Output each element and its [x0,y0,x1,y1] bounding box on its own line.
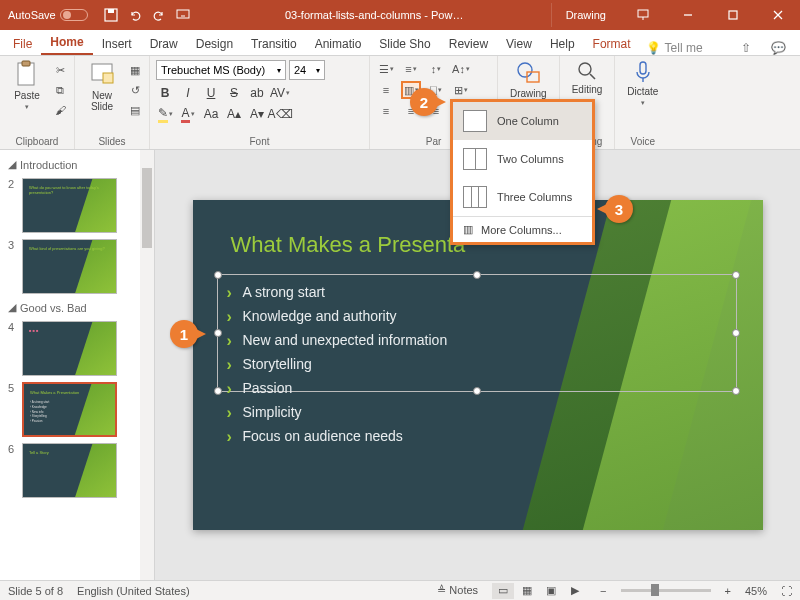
tab-slideshow[interactable]: Slide Sho [370,33,439,55]
reset-icon[interactable]: ↺ [127,82,143,98]
callout-3: 3 [605,195,633,223]
thumbnail-3[interactable]: 3 What kind of presentations are you giv… [2,236,152,297]
shapes-icon [515,60,541,86]
tab-animations[interactable]: Animatio [306,33,371,55]
slideshow-view-icon[interactable]: ▶ [564,583,586,599]
columns-more-item[interactable]: ▥ More Columns... [453,217,592,242]
italic-button[interactable]: I [179,84,197,102]
underline-button[interactable]: U [202,84,220,102]
start-slideshow-icon[interactable] [176,8,190,22]
strikethrough-button[interactable]: S [225,84,243,102]
thumbnail-5[interactable]: 5 What Makes a Presentation› A strong st… [2,379,152,440]
tab-help[interactable]: Help [541,33,584,55]
redo-icon[interactable] [152,8,166,22]
columns-three-item[interactable]: Three Columns [453,178,592,216]
tab-design[interactable]: Design [187,33,242,55]
slide-title[interactable]: What Makes a Presenta [231,232,466,258]
comments-icon[interactable]: 💬 [762,41,794,55]
line-spacing-button[interactable]: ↕ [426,60,446,78]
numbering-button[interactable]: ≡ [401,60,421,78]
thumbnail-2[interactable]: 2 What do you want to know after today's… [2,175,152,236]
char-spacing-button[interactable]: AV [271,84,289,102]
section-icon[interactable]: ▤ [127,102,143,118]
autosave-toggle[interactable] [60,9,88,21]
fit-to-window-icon[interactable]: ⛶ [781,585,792,597]
decrease-font-button[interactable]: A▾ [248,105,266,123]
reading-view-icon[interactable]: ▣ [540,583,562,599]
zoom-level[interactable]: 45% [745,585,767,597]
tab-review[interactable]: Review [440,33,497,55]
tell-me-search[interactable]: 💡 Tell me [646,41,703,55]
save-icon[interactable] [104,8,118,22]
slide-position[interactable]: Slide 5 of 8 [8,585,63,597]
zoom-out-button[interactable]: − [600,585,606,597]
share-icon[interactable]: ⇧ [730,41,762,55]
change-case-button[interactable]: Aa [202,105,220,123]
tab-file[interactable]: File [4,33,41,55]
zoom-in-button[interactable]: + [725,585,731,597]
align-left2-button[interactable]: ≡ [376,102,396,120]
bold-button[interactable]: B [156,84,174,102]
bullet-item[interactable]: Simplicity [223,400,733,424]
tab-home[interactable]: Home [41,31,92,55]
dictate-button[interactable]: Dictate ▾ [621,60,664,107]
cut-icon[interactable]: ✂ [52,62,68,78]
shadow-button[interactable]: ab [248,84,266,102]
svg-point-14 [579,63,591,75]
tab-insert[interactable]: Insert [93,33,141,55]
bullet-item[interactable]: New and unexpected information [223,328,733,352]
group-label-voice: Voice [621,134,664,147]
ribbon-options-icon[interactable] [620,0,665,30]
maximize-icon[interactable] [710,0,755,30]
format-painter-icon[interactable]: 🖌 [52,102,68,118]
increase-font-button[interactable]: A▴ [225,105,243,123]
close-icon[interactable] [755,0,800,30]
language-status[interactable]: English (United States) [77,585,190,597]
bullets-button[interactable]: ☰ [376,60,396,78]
zoom-slider[interactable] [621,589,711,592]
svg-rect-5 [729,11,737,19]
tab-transitions[interactable]: Transitio [242,33,306,55]
svg-rect-9 [22,61,30,66]
group-label-clipboard: Clipboard [6,134,68,147]
layout-icon[interactable]: ▦ [127,62,143,78]
tab-draw[interactable]: Draw [141,33,187,55]
thumbnail-scrollbar[interactable] [140,150,154,580]
columns-two-item[interactable]: Two Columns [453,140,592,178]
new-slide-button[interactable]: New Slide [81,60,123,112]
group-label-font: Font [156,134,363,147]
normal-view-icon[interactable]: ▭ [492,583,514,599]
bullet-item[interactable]: Knowledge and authority [223,304,733,328]
font-family-combo[interactable]: Trebuchet MS (Body)▾ [156,60,286,80]
bullet-item[interactable]: Focus on audience needs [223,424,733,448]
smartart-button[interactable]: ⊞ [451,81,471,99]
clear-formatting-button[interactable]: A⌫ [271,105,289,123]
paste-button[interactable]: Paste ▾ [6,60,48,111]
two-columns-icon [463,148,487,170]
font-color-button[interactable]: A [179,105,197,123]
align-left-button[interactable]: ≡ [376,81,396,99]
section-header-intro[interactable]: ◢Introduction [2,154,152,175]
highlight-button[interactable]: ✎ [156,105,174,123]
text-direction-button[interactable]: A↕ [451,60,471,78]
section-header-goodbad[interactable]: ◢Good vs. Bad [2,297,152,318]
bullet-item[interactable]: Passion [223,376,733,400]
minimize-icon[interactable] [665,0,710,30]
bullet-item[interactable]: A strong start [223,280,733,304]
columns-one-item[interactable]: One Column [453,102,592,140]
slide-canvas[interactable]: What Makes a Presenta A strong start Kno… [193,200,763,530]
thumbnail-6[interactable]: 6 Tell a Story [2,440,152,501]
thumbnail-4[interactable]: 4 ■ ■ ■ [2,318,152,379]
copy-icon[interactable]: ⧉ [52,82,68,98]
notes-toggle[interactable]: ≜ Notes [437,584,478,597]
svg-line-15 [590,74,595,79]
tab-format[interactable]: Format [584,33,640,55]
tab-view[interactable]: View [497,33,541,55]
bullet-item[interactable]: Storytelling [223,352,733,376]
undo-icon[interactable] [128,8,142,22]
slide-content-placeholder[interactable]: A strong start Knowledge and authority N… [223,280,733,448]
svg-rect-1 [108,9,114,13]
autosave-control[interactable]: AutoSave [0,9,96,21]
sorter-view-icon[interactable]: ▦ [516,583,538,599]
font-size-combo[interactable]: 24▾ [289,60,325,80]
